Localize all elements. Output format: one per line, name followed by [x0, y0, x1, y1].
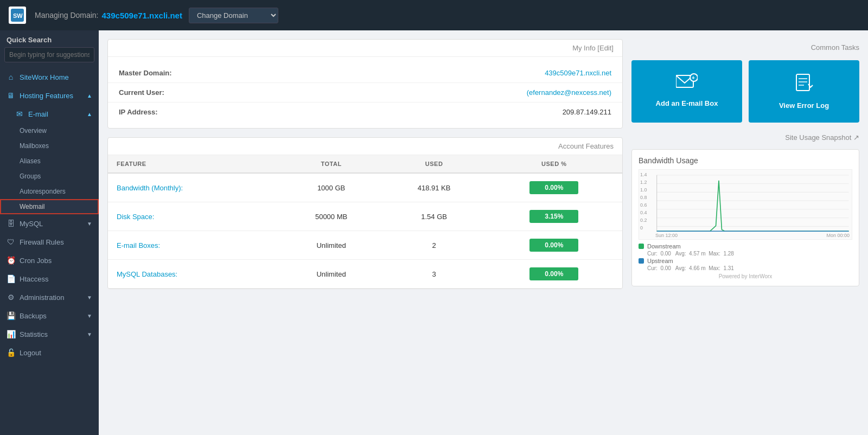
- topbar: SW Managing Domain: 439c509e71.nxcli.net…: [0, 0, 868, 30]
- usage-bar-diskspace: 3.15%: [529, 210, 578, 223]
- sidebar-item-email-label: E-mail: [28, 110, 48, 118]
- table-row: MySQL Databases: Unlimited 3 0.00%: [108, 260, 622, 289]
- mysql-icon: 🗄: [7, 219, 15, 228]
- svg-text:+: +: [692, 75, 695, 81]
- usage-bar-bandwidth: 0.00%: [529, 181, 578, 194]
- master-domain-link[interactable]: 439c509e71.nxcli.net: [545, 69, 611, 77]
- sidebar-sub-item-overview-label: Overview: [20, 127, 47, 135]
- snapshot-title-label: Site Usage Snapshot ↗: [785, 133, 859, 142]
- legend-downstream-stats: Cur: 0.00 Avg: 4.57 m Max: 1.28: [639, 251, 852, 257]
- sidebar-item-statistics-label: Statistics: [20, 330, 48, 338]
- bandwidth-title: Bandwidth Usage: [639, 156, 852, 165]
- master-domain-label: Master Domain:: [119, 69, 206, 77]
- chevron-up-icon: ▲: [87, 93, 92, 99]
- used-pct-bandwidth: 0.00%: [486, 173, 622, 202]
- backup-icon: 💾: [7, 311, 15, 320]
- feature-mysql: MySQL Databases:: [108, 260, 280, 289]
- sidebar-item-logout[interactable]: 🔓 Logout: [0, 343, 99, 362]
- my-info-header: My Info [Edit]: [108, 40, 622, 57]
- info-row-current-user: Current User: (efernandez@nexcess.net): [108, 83, 622, 103]
- used-emailboxes: 2: [382, 231, 486, 260]
- used-bandwidth: 418.91 KB: [382, 173, 486, 202]
- diskspace-link[interactable]: Disk Space:: [117, 213, 154, 221]
- sidebar-item-cron-jobs-label: Cron Jobs: [20, 257, 52, 265]
- snapshot-title: Site Usage Snapshot ↗: [631, 129, 859, 146]
- info-row-ip-address: IP Address: 209.87.149.211: [108, 103, 622, 121]
- site-logo: SW: [9, 7, 26, 24]
- master-domain-value: 439c509e71.nxcli.net: [206, 69, 611, 77]
- account-features-title: Account Features: [558, 142, 614, 150]
- view-error-log-label: View Error Log: [779, 101, 829, 110]
- quick-search-label: Quick Search: [0, 30, 99, 47]
- view-error-log-button[interactable]: View Error Log: [749, 60, 859, 123]
- cron-icon: ⏰: [7, 256, 15, 265]
- my-info-table: Master Domain: 439c509e71.nxcli.net Curr…: [108, 57, 622, 128]
- current-user-value: (efernandez@nexcess.net): [206, 88, 611, 97]
- used-pct-mysql: 0.00%: [486, 260, 622, 289]
- sidebar-sub-item-groups[interactable]: Groups: [0, 169, 99, 184]
- error-log-icon: [794, 73, 814, 97]
- used-pct-diskspace: 3.15%: [486, 202, 622, 231]
- sidebar-item-mysql-label: MySQL: [20, 220, 43, 228]
- quick-search-input[interactable]: [4, 47, 94, 62]
- sidebar-sub-item-overview[interactable]: Overview: [0, 123, 99, 138]
- col-total: TOTAL: [280, 155, 382, 173]
- total-bandwidth: 1000 GB: [280, 173, 382, 202]
- my-info-panel: My Info [Edit] Master Domain: 439c509e71…: [107, 39, 623, 129]
- legend-downstream: Downstream: [639, 243, 852, 250]
- chevron-down-backup-icon: ▼: [87, 313, 92, 319]
- sidebar-item-siteworx-home[interactable]: ⌂ SiteWorx Home: [0, 68, 99, 86]
- total-mysql: Unlimited: [280, 260, 382, 289]
- sidebar-item-cron-jobs[interactable]: ⏰ Cron Jobs: [0, 251, 99, 270]
- sidebar-item-htaccess-label: Htaccess: [20, 275, 48, 283]
- upstream-dot: [639, 258, 644, 264]
- sidebar-sub-item-groups-label: Groups: [20, 172, 41, 180]
- current-user-link[interactable]: (efernandez@nexcess.net): [527, 88, 611, 97]
- feature-bandwidth: Bandwidth (Monthly):: [108, 173, 280, 202]
- features-table: FEATURE TOTAL USED USED % Bandwidth (Mon…: [108, 155, 622, 289]
- sidebar-item-backups[interactable]: 💾 Backups ▼: [0, 306, 99, 325]
- sidebar-sub-item-aliases-label: Aliases: [20, 157, 41, 165]
- sidebar-item-email[interactable]: ✉ E-mail ▲: [0, 105, 99, 123]
- table-row: Bandwidth (Monthly): 1000 GB 418.91 KB 0…: [108, 173, 622, 202]
- used-pct-emailboxes: 0.00%: [486, 231, 622, 260]
- bandwidth-link[interactable]: Bandwidth (Monthly):: [117, 184, 183, 192]
- add-email-box-button[interactable]: + Add an E-mail Box: [631, 60, 742, 123]
- chart-area: 1.4 1.2 1.0 0.8 0.6 0.4 0.2 0: [639, 169, 852, 240]
- stats-icon: 📊: [7, 330, 15, 338]
- mysql-link[interactable]: MySQL Databases:: [117, 270, 177, 278]
- sidebar-item-logout-label: Logout: [20, 349, 41, 357]
- add-email-icon: +: [676, 73, 698, 95]
- sidebar-sub-item-autoresponders[interactable]: Autoresponders: [0, 184, 99, 199]
- emailboxes-link[interactable]: E-mail Boxes:: [117, 241, 160, 250]
- info-row-master-domain: Master Domain: 439c509e71.nxcli.net: [108, 63, 622, 83]
- sidebar-sub-item-mailboxes[interactable]: Mailboxes: [0, 138, 99, 153]
- current-user-label: Current User:: [119, 88, 206, 97]
- managing-domain-label: Managing Domain:: [35, 11, 99, 20]
- total-diskspace: 50000 MB: [280, 202, 382, 231]
- ip-address-value: 209.87.149.211: [206, 108, 611, 116]
- sidebar-sub-item-webmail[interactable]: Webmail: [0, 199, 99, 214]
- col-used: USED: [382, 155, 486, 173]
- common-tasks-panel: Common Tasks +: [631, 39, 859, 123]
- site-usage-snapshot-panel: Site Usage Snapshot ↗ Bandwidth Usage 1.…: [631, 129, 859, 286]
- sidebar-item-statistics[interactable]: 📊 Statistics ▼: [0, 325, 99, 343]
- firewall-icon: 🛡: [7, 238, 15, 246]
- change-domain-select[interactable]: Change Domain 439c509e71.nxcli.net: [189, 8, 278, 23]
- chevron-up-icon-email: ▲: [87, 111, 92, 117]
- home-icon: ⌂: [7, 73, 15, 81]
- chart-legend: Downstream Cur: 0.00 Avg: 4.57 m Max: 1.…: [639, 243, 852, 271]
- sidebar-item-hosting-features[interactable]: 🖥 Hosting Features ▲: [0, 86, 99, 105]
- table-row: Disk Space: 50000 MB 1.54 GB 3.15%: [108, 202, 622, 231]
- sidebar-item-administration[interactable]: ⚙ Administration ▼: [0, 288, 99, 306]
- sidebar-item-mysql[interactable]: 🗄 MySQL ▼: [0, 214, 99, 233]
- bandwidth-chart: [639, 170, 852, 239]
- account-features-panel: Account Features FEATURE TOTAL USED USED…: [107, 137, 623, 289]
- sidebar-sub-item-aliases[interactable]: Aliases: [0, 153, 99, 169]
- sidebar-item-htaccess[interactable]: 📄 Htaccess: [0, 270, 99, 288]
- sidebar-item-firewall-rules[interactable]: 🛡 Firewall Rules: [0, 233, 99, 251]
- svg-rect-5: [796, 74, 809, 91]
- chevron-down-mysql-icon: ▼: [87, 221, 92, 227]
- sidebar-sub-item-autoresponders-label: Autoresponders: [20, 188, 66, 195]
- col-feature: FEATURE: [108, 155, 280, 173]
